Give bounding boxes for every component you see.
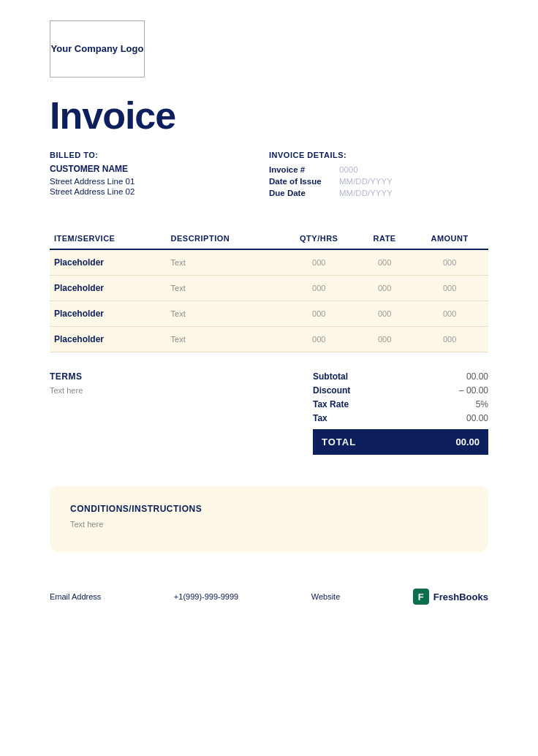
company-logo: Your Company Logo (50, 20, 145, 78)
row-0-amount: 000 (411, 249, 488, 276)
address-line-1: Street Address Line 01 (50, 177, 269, 186)
row-0-desc: Text (167, 249, 280, 276)
row-2-item: Placeholder (50, 301, 167, 327)
col-item: ITEM/SERVICE (50, 228, 167, 249)
discount-val: – 00.00 (459, 385, 488, 396)
billed-to-label: BILLED TO: (50, 151, 269, 159)
col-amount: AMOUNT (411, 228, 488, 249)
taxrate-val: 5% (476, 399, 488, 409)
freshbooks-icon: F (413, 589, 429, 605)
subtotal-key: Subtotal (313, 371, 348, 382)
freshbooks-icon-letter: F (418, 591, 424, 602)
freshbooks-brand-name: FreshBooks (433, 591, 488, 602)
tax-row: Tax 00.00 (313, 413, 488, 423)
row-0-item: Placeholder (50, 249, 167, 276)
row-3-qty: 000 (279, 327, 358, 352)
table-section: ITEM/SERVICE DESCRIPTION QTY/HRS RATE AM… (0, 228, 538, 352)
table-row: Placeholder Text 000 000 000 (50, 276, 488, 301)
row-1-amount: 000 (411, 276, 488, 301)
table-header-row: ITEM/SERVICE DESCRIPTION QTY/HRS RATE AM… (50, 228, 488, 249)
due-date-val: MM/DD/YYYY (339, 189, 393, 197)
invoice-number-val: 0000 (339, 165, 358, 174)
row-0-rate: 000 (358, 249, 411, 276)
row-1-item: Placeholder (50, 276, 167, 301)
footer-email: Email Address (50, 592, 101, 601)
logo-text: Your Company Logo (51, 43, 144, 56)
row-1-rate: 000 (358, 276, 411, 301)
invoice-details-block: INVOICE DETAILS: Invoice # 0000 Date of … (269, 151, 488, 200)
billing-section: BILLED TO: CUSTOMER NAME Street Address … (0, 151, 538, 200)
subtotal-val: 00.00 (466, 371, 488, 382)
row-0-qty: 000 (279, 249, 358, 276)
billed-to-block: BILLED TO: CUSTOMER NAME Street Address … (50, 151, 269, 200)
date-of-issue-row: Date of Issue MM/DD/YYYY (269, 177, 393, 186)
subtotal-row: Subtotal 00.00 (313, 371, 488, 382)
row-3-item: Placeholder (50, 327, 167, 352)
invoice-table: ITEM/SERVICE DESCRIPTION QTY/HRS RATE AM… (50, 228, 488, 352)
total-val: 00.00 (455, 436, 480, 447)
discount-row: Discount – 00.00 (313, 385, 488, 396)
col-qty: QTY/HRS (279, 228, 358, 249)
row-1-desc: Text (167, 276, 280, 301)
table-row: Placeholder Text 000 000 000 (50, 327, 488, 352)
date-of-issue-key: Date of Issue (269, 177, 335, 186)
row-1-qty: 000 (279, 276, 358, 301)
terms-text: Text here (50, 386, 291, 395)
header: Your Company Logo Invoice (0, 0, 538, 137)
footer-website: Website (311, 592, 341, 601)
invoice-number-row: Invoice # 0000 (269, 165, 358, 174)
conditions-section: CONDITIONS/INSTRUCTIONS Text here (50, 486, 488, 552)
footer-phone: +1(999)-999-9999 (174, 592, 238, 601)
col-rate: RATE (358, 228, 411, 249)
bottom-section: TERMS Text here Subtotal 00.00 Discount … (0, 355, 538, 458)
table-row: Placeholder Text 000 000 000 (50, 301, 488, 327)
discount-key: Discount (313, 385, 350, 396)
freshbooks-logo: F FreshBooks (413, 589, 488, 605)
terms-label: TERMS (50, 371, 291, 382)
taxrate-key: Tax Rate (313, 399, 349, 409)
row-3-rate: 000 (358, 327, 411, 352)
row-2-desc: Text (167, 301, 280, 327)
row-2-qty: 000 (279, 301, 358, 327)
footer: Email Address +1(999)-999-9999 Website F… (0, 572, 538, 619)
row-3-desc: Text (167, 327, 280, 352)
total-key: TOTAL (322, 436, 356, 447)
conditions-label: CONDITIONS/INSTRUCTIONS (70, 504, 468, 514)
invoice-title: Invoice (50, 94, 488, 137)
totals-block: Subtotal 00.00 Discount – 00.00 Tax Rate… (313, 371, 488, 458)
invoice-number-key: Invoice # (269, 165, 335, 174)
row-2-amount: 000 (411, 301, 488, 327)
invoice-details-label: INVOICE DETAILS: (269, 151, 346, 159)
invoice-page: Your Company Logo Invoice BILLED TO: CUS… (0, 0, 538, 756)
date-of-issue-val: MM/DD/YYYY (339, 177, 393, 186)
address-line-2: Street Address Line 02 (50, 187, 269, 196)
row-3-amount: 000 (411, 327, 488, 352)
due-date-key: Due Date (269, 189, 335, 197)
conditions-text: Text here (70, 520, 468, 529)
taxrate-row: Tax Rate 5% (313, 399, 488, 409)
row-2-rate: 000 (358, 301, 411, 327)
total-row: TOTAL 00.00 (313, 429, 488, 455)
col-description: DESCRIPTION (167, 228, 280, 249)
tax-key: Tax (313, 413, 327, 423)
table-row: Placeholder Text 000 000 000 (50, 249, 488, 276)
terms-block: TERMS Text here (50, 371, 313, 458)
customer-name: CUSTOMER NAME (50, 164, 269, 174)
due-date-row: Due Date MM/DD/YYYY (269, 189, 393, 197)
tax-val: 00.00 (466, 413, 488, 423)
